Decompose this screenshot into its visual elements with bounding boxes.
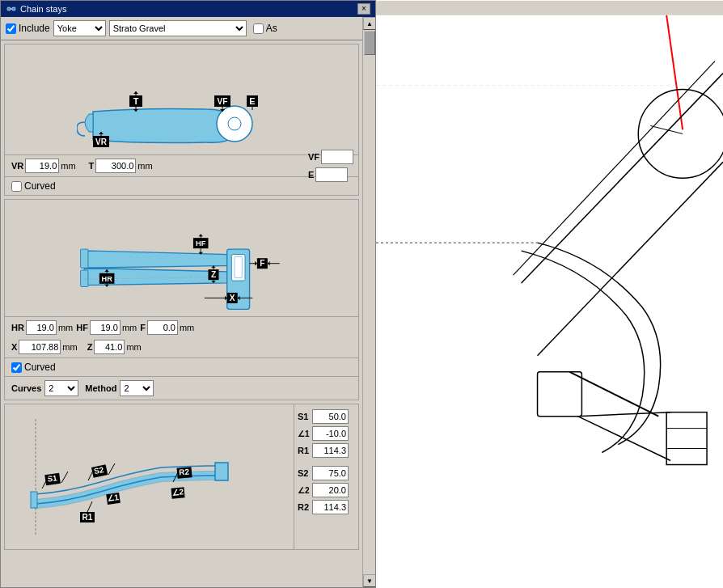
svg-rect-25 <box>235 256 242 277</box>
svg-marker-38 <box>255 261 257 266</box>
svg-text:Z: Z <box>210 270 215 279</box>
s2-label: S2 <box>298 468 311 478</box>
svg-text:HR: HR <box>101 275 112 283</box>
t-input[interactable] <box>95 159 136 173</box>
svg-text:E: E <box>249 96 255 106</box>
svg-line-79 <box>87 501 92 512</box>
cad-panel <box>376 0 723 588</box>
include-checkbox[interactable] <box>6 23 16 34</box>
vr-input[interactable] <box>25 159 59 173</box>
scroll-down-btn[interactable]: ▼ <box>363 574 375 587</box>
svg-rect-60 <box>215 463 228 480</box>
section1-diagram: T VF E <box>5 44 358 154</box>
curved-checkbox-label-1[interactable]: Curved <box>11 180 56 192</box>
svg-rect-80 <box>376 1 723 15</box>
svg-text:T: T <box>133 96 138 106</box>
curved-checkbox-1[interactable] <box>11 181 22 192</box>
r1-input[interactable] <box>312 443 349 458</box>
section2-diagram: HF F <box>5 200 358 316</box>
svg-line-81 <box>666 15 683 130</box>
curved-checkbox-label-2[interactable]: Curved <box>11 362 56 373</box>
svg-marker-34 <box>198 235 203 237</box>
spacer <box>298 460 355 463</box>
svg-text:S1: S1 <box>47 473 58 484</box>
r2-label: R2 <box>298 502 311 512</box>
svg-point-82 <box>638 90 723 179</box>
section2: HF F <box>4 199 359 400</box>
z-label: Z <box>87 342 93 352</box>
z-unit: mm <box>126 342 141 352</box>
section2-inputs2: X mm Z mm <box>5 338 358 357</box>
vr-label: VR <box>11 161 23 171</box>
x-input[interactable] <box>19 340 61 354</box>
s2-row: S2 <box>298 466 355 480</box>
section1-inputs: VR mm T mm VF <box>5 154 358 176</box>
r1-row: R1 <box>298 443 355 458</box>
vf-input-group: VF <box>308 150 353 164</box>
scroll-thumb[interactable] <box>364 31 375 55</box>
close-button[interactable]: × <box>357 3 370 15</box>
f-label: F <box>140 323 146 332</box>
scrollbar[interactable]: ▲ ▼ <box>362 17 375 587</box>
a2-input[interactable] <box>312 483 349 497</box>
s1-input[interactable] <box>312 409 349 424</box>
svg-rect-26 <box>80 249 87 268</box>
hr-input[interactable] <box>26 320 57 335</box>
as-checkbox-label[interactable]: As <box>253 23 277 34</box>
curved-checkbox-2[interactable] <box>11 362 22 373</box>
svg-text:R2: R2 <box>179 467 190 476</box>
svg-rect-91 <box>538 372 582 417</box>
svg-rect-1 <box>12 7 15 11</box>
e-input[interactable] <box>315 167 348 182</box>
hf-label: HF <box>76 323 88 332</box>
svg-text:X: X <box>229 294 235 302</box>
x-input-group: X mm <box>11 340 78 354</box>
s2-input[interactable] <box>312 466 349 480</box>
cad-svg <box>376 0 723 588</box>
section1: T VF E <box>4 44 359 196</box>
svg-rect-87 <box>666 412 707 465</box>
as-checkbox[interactable] <box>253 23 264 34</box>
curved-row-2: Curved <box>5 357 358 376</box>
r1-label: R1 <box>298 446 311 455</box>
svg-point-5 <box>228 117 241 130</box>
svg-line-92 <box>569 372 658 417</box>
section1-svg: T VF E <box>77 51 287 148</box>
section2-svg: HF F <box>77 208 287 313</box>
curve-diagram-area: S1 S2 R2 <box>5 404 294 549</box>
t-input-group: T mm <box>89 159 153 173</box>
svg-text:∠2: ∠2 <box>171 487 184 497</box>
s1-row: S1 <box>298 409 355 424</box>
a1-input[interactable] <box>312 426 349 441</box>
z-input[interactable] <box>94 340 125 354</box>
r2-input[interactable] <box>312 500 349 514</box>
svg-marker-11 <box>133 91 138 94</box>
a1-row: ∠1 <box>298 426 355 441</box>
section2-inputs: HR mm HF mm F mm <box>5 316 358 338</box>
hf-input[interactable] <box>90 320 120 335</box>
s-values-panel: S1 ∠1 R1 <box>294 404 358 549</box>
include-label: Include <box>19 23 50 34</box>
curved-label-1: Curved <box>24 180 56 192</box>
section3: S1 S2 R2 <box>4 404 359 550</box>
x-label: X <box>11 342 17 352</box>
include-checkbox-label[interactable]: Include <box>6 23 50 34</box>
curves-select[interactable]: 2 <box>44 380 78 396</box>
svg-line-69 <box>108 463 115 475</box>
curved-label-2: Curved <box>24 362 56 373</box>
hf-input-group: HF mm <box>76 320 137 335</box>
svg-line-94 <box>577 417 670 461</box>
yoke-select[interactable]: Yoke <box>53 20 106 36</box>
svg-marker-40 <box>267 261 269 266</box>
a2-row: ∠2 <box>298 483 355 497</box>
scroll-up-btn[interactable]: ▲ <box>363 17 375 30</box>
vf-input[interactable] <box>321 150 353 164</box>
f-input[interactable] <box>147 320 178 335</box>
design-select[interactable]: Strato Gravel <box>109 20 247 36</box>
x-unit: mm <box>62 342 77 352</box>
f-unit: mm <box>180 323 194 332</box>
hr-label: HR <box>11 323 24 332</box>
vf-label: VF <box>308 152 319 162</box>
t-unit: mm <box>137 161 152 171</box>
method-select[interactable]: 2 <box>120 380 154 396</box>
